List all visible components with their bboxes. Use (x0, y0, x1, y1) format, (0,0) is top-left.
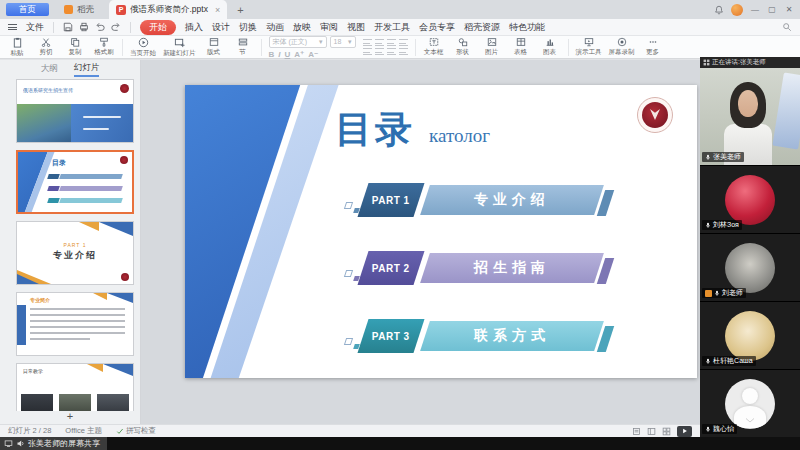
home-tab[interactable]: 首页 (6, 3, 49, 16)
copy-button[interactable]: 复制 (64, 37, 86, 57)
more-tools-button[interactable]: 更多 (642, 37, 664, 57)
font-grow-button[interactable]: A⁺ (294, 50, 304, 59)
avatar-liu-laoshi (725, 243, 775, 293)
slide-thumbnail-2[interactable]: 2 目录 (16, 150, 134, 214)
toc-part-3[interactable]: PART 3 联系方式 (345, 319, 613, 353)
menu-features[interactable]: 特色功能 (509, 21, 545, 34)
picture-icon (487, 37, 497, 47)
tab-outline[interactable]: 大纲 (41, 63, 58, 75)
menu-view[interactable]: 视图 (347, 21, 365, 34)
menu-file[interactable]: 文件 (26, 21, 44, 34)
share-label: 张美老师的屏幕共享 (28, 438, 100, 449)
format-painter-button[interactable]: 格式刷 (93, 37, 115, 57)
slide-thumbnail-4[interactable]: 4 专业简介 (16, 292, 134, 356)
close-tab-icon[interactable]: × (215, 5, 220, 15)
avatar-liulin (725, 175, 775, 225)
thumb3-title: 专业介绍 (17, 249, 133, 262)
slide-thumbnail-5[interactable]: 5 日常教学 (16, 363, 134, 411)
spell-check-status[interactable]: 拼写检查 (116, 426, 156, 436)
menu-home[interactable]: 开始 (140, 20, 176, 35)
spellcheck-icon (116, 427, 124, 435)
undo-icon[interactable] (95, 22, 105, 32)
slideshow-play-button[interactable] (677, 426, 692, 437)
bold-button[interactable]: B (269, 50, 275, 59)
minimize-button[interactable]: — (750, 5, 760, 14)
menu-insert[interactable]: 插入 (185, 21, 203, 34)
poster-in-video (772, 72, 800, 149)
layout-grid-icon[interactable] (703, 59, 710, 66)
titlebar: 首页 稻壳 P 俄语系师资简介.pptx × + — ▢ ✕ (0, 0, 800, 19)
menu-membership[interactable]: 会员专享 (419, 21, 455, 34)
layout-icon (209, 37, 219, 47)
store-tab[interactable]: 稻壳 (57, 0, 101, 19)
paste-button[interactable]: 粘贴 (6, 37, 28, 58)
add-slide-button[interactable]: + (0, 411, 140, 424)
menu-devtools[interactable]: 开发工具 (374, 21, 410, 34)
slide-thumbnail-3[interactable]: 3 PART 1 专业介绍 (16, 221, 134, 285)
slide-title-block[interactable]: 目录 католог (335, 105, 490, 155)
participant-tile[interactable]: 魏心怡 (700, 369, 800, 437)
menu-animation[interactable]: 动画 (266, 21, 284, 34)
campus-photo (17, 104, 71, 142)
notes-icon[interactable] (632, 427, 641, 436)
hamburger-icon[interactable] (8, 23, 17, 32)
italic-button[interactable]: I (278, 50, 280, 59)
menu-design[interactable]: 设计 (212, 21, 230, 34)
collapse-participants-button[interactable] (741, 416, 759, 424)
font-shrink-button[interactable]: A⁻ (308, 50, 318, 59)
screen-record-button[interactable]: 屏幕录制 (609, 37, 635, 57)
speaking-banner: 正在讲话:张美老师 (700, 57, 800, 68)
section-button[interactable]: 节 (232, 37, 254, 57)
search-icon[interactable] (782, 22, 792, 32)
font-family-select[interactable]: 宋体 (正文)▾ (269, 36, 327, 48)
participant-tile[interactable]: 刘林Зоя (700, 165, 800, 233)
toc-part-2[interactable]: PART 2 招生指南 (345, 251, 613, 285)
chart-button[interactable]: 图表 (539, 37, 561, 57)
current-slide[interactable]: 目录 католог PART 1 专业介绍 PART 2 招生指南 PART … (185, 85, 697, 378)
redo-icon[interactable] (111, 22, 121, 32)
save-icon[interactable] (63, 22, 73, 32)
shapes-button[interactable]: 形状 (452, 37, 474, 57)
user-avatar[interactable] (731, 4, 743, 16)
participant-tile[interactable]: 杜轩艳Саша (700, 301, 800, 369)
section-icon (238, 37, 248, 47)
bell-icon[interactable] (714, 5, 724, 15)
play-from-current-button[interactable]: 当页开始 (130, 37, 156, 58)
grid-view-icon[interactable] (662, 427, 671, 436)
new-slide-icon (174, 37, 185, 48)
menu-transition[interactable]: 切换 (239, 21, 257, 34)
tab-slides[interactable]: 幻灯片 (74, 62, 100, 77)
screen-share-chip[interactable]: 张美老师的屏幕共享 (0, 437, 107, 450)
layout-button[interactable]: 版式 (203, 37, 225, 57)
close-button[interactable]: ✕ (784, 5, 794, 14)
document-title: 俄语系师资简介.pptx (130, 4, 208, 16)
presentation-tools-icon (584, 37, 594, 47)
table-button[interactable]: 表格 (510, 37, 532, 57)
participant-video-tile[interactable]: 张美老师 (700, 68, 800, 165)
maximize-button[interactable]: ▢ (767, 5, 777, 14)
presentation-tools-button[interactable]: 演示工具 (576, 37, 602, 57)
new-tab-button[interactable]: + (237, 4, 243, 16)
print-icon[interactable] (79, 22, 89, 32)
normal-view-icon[interactable] (647, 427, 656, 436)
menu-slideshow[interactable]: 放映 (293, 21, 311, 34)
participant-name-chip: 张美老师 (702, 152, 744, 162)
editing-canvas[interactable]: 目录 католог PART 1 专业介绍 PART 2 招生指南 PART … (141, 60, 700, 424)
underline-button[interactable]: U (285, 50, 291, 59)
paragraph-align-group[interactable] (363, 39, 408, 55)
menu-resources[interactable]: 稻壳资源 (464, 21, 500, 34)
toc-part-1[interactable]: PART 1 专业介绍 (345, 183, 613, 217)
classroom-photo-1 (21, 394, 53, 411)
slide-panel: 大纲 幻灯片 1 俄语系研究生招生宣传 2 目录 (0, 60, 141, 424)
statusbar: 幻灯片 2 / 28 Office 主题 拼写检查 (0, 424, 700, 437)
textbox-button[interactable]: 文本框 (423, 37, 445, 57)
picture-button[interactable]: 图片 (481, 37, 503, 57)
slide-thumbnail-1[interactable]: 1 俄语系研究生招生宣传 (16, 79, 134, 143)
participant-name-chip: 杜轩艳Саша (702, 356, 756, 366)
document-tab[interactable]: P 俄语系师资简介.pptx × (109, 0, 227, 19)
new-slide-button[interactable]: 新建幻灯片 (163, 37, 196, 58)
menu-review[interactable]: 审阅 (320, 21, 338, 34)
participant-tile[interactable]: 刘老师 (700, 233, 800, 301)
cut-button[interactable]: 剪切 (35, 37, 57, 57)
font-size-select[interactable]: 18▾ (330, 36, 356, 48)
